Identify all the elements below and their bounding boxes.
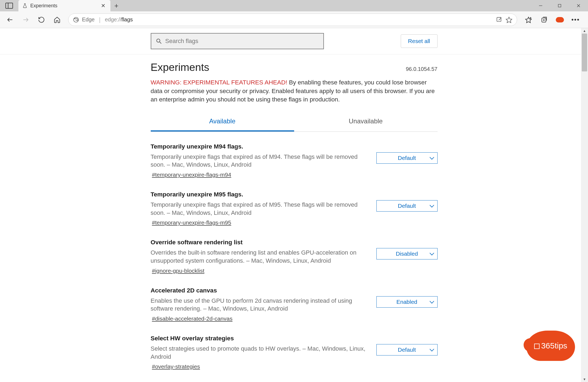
- flags-list: Temporarily unexpire M94 flags. Temporar…: [151, 143, 438, 382]
- version-text: 96.0.1054.57: [406, 66, 438, 72]
- flag-select[interactable]: Default: [376, 152, 438, 164]
- title-bar: Experiments ✕ +: [0, 0, 588, 11]
- tab-actions-button[interactable]: [0, 0, 18, 11]
- svg-marker-8: [506, 17, 512, 23]
- flag-title: Select HW overlay strategies: [151, 335, 369, 342]
- flag-anchor-link[interactable]: #overlay-strategies: [151, 363, 200, 370]
- tab-manager-icon: [5, 3, 13, 9]
- flag-description: Enables the use of the GPU to perform 2d…: [151, 297, 369, 313]
- flag-title: Temporarily unexpire M94 flags.: [151, 143, 369, 150]
- flag-row: Select HW overlay strategies Select stra…: [151, 335, 438, 370]
- cloud-icon: [556, 17, 564, 22]
- search-row: Reset all: [0, 28, 588, 54]
- more-icon: •••: [571, 16, 580, 24]
- open-external-icon[interactable]: [496, 16, 503, 23]
- address-bar[interactable]: Edge | edge://flags: [68, 14, 517, 26]
- flag-anchor-link[interactable]: #temporary-unexpire-flags-m94: [151, 172, 231, 178]
- flag-row: Override software rendering list Overrid…: [151, 239, 438, 274]
- flag-select[interactable]: Enabled: [376, 296, 438, 308]
- scroll-up-arrow[interactable]: ▲: [581, 28, 588, 34]
- flag-description: Temporarily unexpire flags that expired …: [151, 201, 369, 217]
- search-flags-box[interactable]: [151, 33, 324, 49]
- home-icon: [54, 16, 61, 23]
- arrow-right-icon: [22, 16, 29, 23]
- flag-description: Temporarily unexpire flags that expired …: [151, 153, 369, 169]
- edge-logo-icon: [73, 17, 79, 23]
- favorites-button[interactable]: [521, 13, 536, 26]
- page-viewport: Reset all Experiments 96.0.1054.57 WARNI…: [0, 28, 588, 382]
- scroll-down-arrow[interactable]: ▼: [581, 377, 588, 382]
- back-button[interactable]: [3, 13, 17, 26]
- flag-description: Overrides the built-in software renderin…: [151, 249, 369, 265]
- reset-all-button[interactable]: Reset all: [401, 34, 438, 48]
- search-flags-input[interactable]: [165, 38, 319, 45]
- scroll-thumb[interactable]: [582, 34, 587, 71]
- scrollbar[interactable]: ▲ ▼: [581, 28, 588, 382]
- collections-button[interactable]: [537, 13, 552, 26]
- profile-button[interactable]: [552, 13, 567, 26]
- search-icon: [156, 38, 162, 44]
- office-square-icon: [534, 344, 540, 349]
- flag-row: Accelerated 2D canvas Enables the use of…: [151, 287, 438, 322]
- watermark-badge: 365tips: [526, 331, 575, 361]
- flag-row: Temporarily unexpire M95 flags. Temporar…: [151, 191, 438, 226]
- maximize-button[interactable]: [550, 0, 569, 11]
- close-window-button[interactable]: [569, 0, 588, 11]
- flag-select[interactable]: Default: [376, 344, 438, 355]
- home-button[interactable]: [50, 13, 64, 26]
- minimize-button[interactable]: [531, 0, 550, 11]
- page-title: Experiments: [151, 61, 209, 73]
- refresh-icon: [38, 16, 45, 23]
- content-area: Experiments 96.0.1054.57 WARNING: EXPERI…: [151, 54, 438, 382]
- tab-title: Experiments: [30, 3, 97, 9]
- flag-title: Temporarily unexpire M95 flags.: [151, 191, 369, 198]
- svg-point-15: [157, 39, 160, 42]
- flag-title: Override software rendering list: [151, 239, 369, 246]
- flag-row: Temporarily unexpire M94 flags. Temporar…: [151, 143, 438, 178]
- address-text: edge://flags: [105, 17, 133, 23]
- flag-description: Select strategies used to promote quads …: [151, 345, 369, 361]
- browser-toolbar: Edge | edge://flags •••: [0, 11, 588, 28]
- flag-select[interactable]: Default: [376, 200, 438, 212]
- svg-rect-1: [558, 4, 561, 7]
- warning-text: WARNING: EXPERIMENTAL FEATURES AHEAD! By…: [151, 78, 438, 104]
- favorite-star-icon[interactable]: [505, 16, 513, 23]
- flag-anchor-link[interactable]: #temporary-unexpire-flags-m95: [151, 219, 231, 226]
- svg-line-16: [160, 42, 161, 44]
- arrow-left-icon: [6, 16, 14, 23]
- forward-button: [18, 13, 33, 26]
- tab-close-button[interactable]: ✕: [100, 2, 107, 9]
- tab-available[interactable]: Available: [151, 112, 294, 131]
- flag-anchor-link[interactable]: #disable-accelerated-2d-canvas: [151, 315, 233, 322]
- settings-more-button[interactable]: •••: [568, 13, 583, 26]
- flag-select[interactable]: Disabled: [376, 248, 438, 259]
- refresh-button[interactable]: [34, 13, 49, 26]
- flag-tabs: Available Unavailable: [151, 112, 438, 132]
- flag-anchor-link[interactable]: #ignore-gpu-blocklist: [151, 268, 205, 274]
- window-controls: [531, 0, 588, 11]
- flask-icon: [22, 3, 28, 8]
- browser-tab[interactable]: Experiments ✕: [18, 0, 110, 11]
- tab-unavailable[interactable]: Unavailable: [294, 112, 438, 131]
- svg-rect-7: [497, 17, 501, 21]
- address-prefix: Edge: [82, 17, 95, 23]
- flag-title: Accelerated 2D canvas: [151, 287, 369, 294]
- new-tab-button[interactable]: +: [110, 0, 122, 11]
- star-plus-icon: [525, 16, 532, 23]
- collections-icon: [541, 16, 548, 23]
